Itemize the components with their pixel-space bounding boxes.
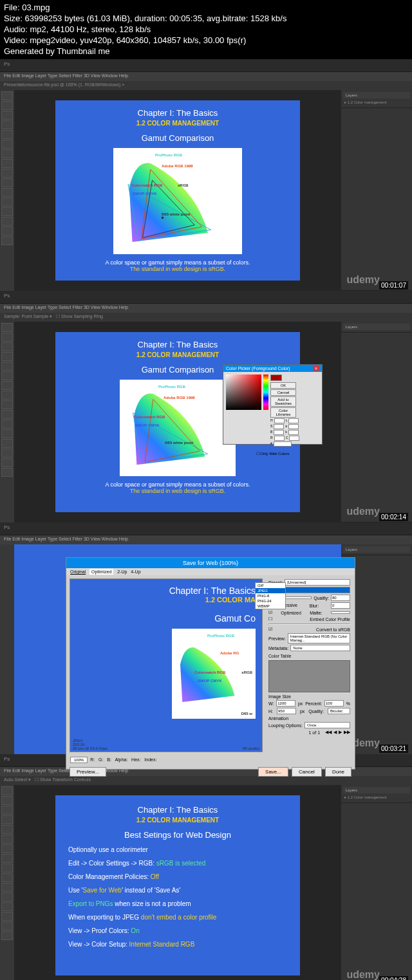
ps-panels[interactable]: Layers▸ 1.2 Color management [341, 785, 412, 980]
width-input[interactable]: 1200 [276, 700, 295, 707]
dd-png8[interactable]: PNG-8 [256, 593, 285, 598]
ps-tools-panel[interactable] [0, 544, 14, 754]
hue-slider[interactable] [263, 374, 268, 410]
ok-button[interactable]: OK [270, 382, 296, 389]
tool-icon[interactable] [1, 400, 13, 409]
tool-icon[interactable] [1, 815, 13, 824]
ps-menubar[interactable]: File Edit Image Layer Type Select Filter… [0, 304, 412, 313]
eraser-tool-icon[interactable] [1, 169, 13, 178]
marquee-tool-icon[interactable] [1, 101, 13, 110]
ps-panels[interactable]: Layers [341, 322, 412, 522]
tool-icon[interactable] [1, 902, 13, 911]
eyedropper-tool-icon[interactable] [1, 140, 13, 149]
tool-icon[interactable] [1, 931, 13, 940]
save-for-web-dialog[interactable]: Save for Web (100%) Original Optimized 2… [66, 557, 355, 770]
zoom-select[interactable]: 100% [70, 757, 88, 763]
done-button[interactable]: Done [325, 767, 351, 777]
tool-icon[interactable] [1, 825, 13, 834]
tool-icon[interactable] [1, 342, 13, 351]
anim-back-icon[interactable]: ◀ [333, 730, 337, 735]
blur-input[interactable]: 0 [331, 602, 350, 609]
dd-wbmp[interactable]: WBMP [256, 604, 285, 609]
tool-icon[interactable] [1, 921, 13, 930]
tool-icon[interactable] [1, 786, 13, 795]
lasso-tool-icon[interactable] [1, 111, 13, 120]
preset-select[interactable]: [Unnamed] [285, 579, 350, 586]
layers-tab[interactable]: Layers [343, 324, 410, 330]
tool-icon[interactable] [1, 333, 13, 342]
a-input[interactable] [288, 424, 299, 429]
color-picker-dialog[interactable]: Color Picker (Foreground Color)× OK Canc… [223, 364, 323, 445]
ps-options-bar[interactable]: Presentationsource-file.psd @ 100% (1. R… [0, 81, 412, 90]
loop-select[interactable]: Once [304, 722, 350, 728]
b-input[interactable] [274, 430, 284, 435]
tab-2up[interactable]: 2-Up [117, 569, 127, 574]
tool-icon[interactable] [1, 864, 13, 873]
tool-icon[interactable] [1, 806, 13, 815]
ps-options-bar[interactable]: Sample: Point Sample ▾ ☐ Show Sampling R… [0, 313, 412, 322]
tool-icon[interactable] [1, 796, 13, 805]
crop-tool-icon[interactable] [1, 130, 13, 139]
move-tool-icon[interactable] [1, 91, 13, 100]
tool-icon[interactable] [1, 883, 13, 892]
layers-tab[interactable]: Layers [343, 787, 410, 793]
wand-tool-icon[interactable] [1, 120, 13, 129]
tool-icon[interactable] [1, 458, 13, 467]
tool-icon[interactable] [1, 420, 13, 429]
sfw-titlebar[interactable]: Save for Web (100%) [66, 558, 355, 568]
ps-tools-panel[interactable] [0, 322, 14, 522]
tab-optimized[interactable]: Optimized [89, 569, 114, 575]
preview-select[interactable]: Internet Standard RGB (No Color Manag... [288, 633, 350, 643]
shape-tool-icon[interactable] [1, 207, 13, 216]
layers-tab[interactable]: Layers [343, 92, 410, 98]
tool-icon[interactable] [1, 468, 13, 477]
tool-icon[interactable] [1, 323, 13, 332]
tab-4up[interactable]: 4-Up [131, 569, 140, 574]
tool-icon[interactable] [1, 410, 13, 419]
r-input[interactable] [274, 436, 285, 441]
tool-icon[interactable] [1, 854, 13, 863]
hex-input[interactable] [274, 441, 292, 447]
convert-check[interactable]: ☑ [268, 627, 272, 632]
ps-canvas[interactable]: Chapter I: The Basics 1.2 COLOR MANAGEME… [14, 322, 341, 522]
dd-gif[interactable]: GIF [256, 583, 285, 588]
percent-input[interactable]: 100 [324, 700, 344, 707]
layer-item[interactable]: ▸ 1.2 Color management [343, 793, 410, 800]
color-picker-titlebar[interactable]: Color Picker (Foreground Color)× [223, 365, 322, 372]
tool-icon[interactable] [1, 352, 13, 361]
tool-icon[interactable] [1, 391, 13, 400]
preview-button[interactable]: Preview... [70, 767, 106, 777]
anim-fwd-icon[interactable]: ▶ [339, 730, 342, 735]
resample-select[interactable]: Bicubic [328, 708, 350, 714]
gradient-tool-icon[interactable] [1, 178, 13, 187]
pen-tool-icon[interactable] [1, 198, 13, 207]
anim-prev-icon[interactable]: ◀◀ [325, 730, 332, 735]
c-input[interactable] [289, 436, 299, 441]
dd-png24[interactable]: PNG-24 [256, 598, 285, 604]
tool-icon[interactable] [1, 844, 13, 853]
color-field[interactable] [226, 374, 261, 410]
cancel-button[interactable]: Cancel [292, 767, 322, 777]
matte-input[interactable] [331, 611, 350, 614]
optimized-check[interactable]: ☑ [268, 610, 272, 615]
anim-next-icon[interactable]: ▶▶ [344, 730, 350, 735]
ps-tools-panel[interactable] [0, 90, 14, 291]
s-input[interactable] [274, 424, 284, 429]
format-dropdown[interactable]: GIF JPEG PNG-8 PNG-24 WBMP [255, 582, 286, 609]
tool-icon[interactable] [1, 912, 13, 921]
quality-input[interactable]: 80 [331, 595, 350, 601]
color-libraries-button[interactable]: Color Libraries [270, 407, 296, 418]
tool-icon[interactable] [1, 892, 13, 901]
save-button[interactable]: Save... [258, 767, 288, 777]
close-icon[interactable]: × [313, 366, 319, 371]
stamp-tool-icon[interactable] [1, 159, 13, 168]
tool-icon[interactable] [1, 362, 13, 371]
type-tool-icon[interactable] [1, 188, 13, 197]
color-table[interactable] [268, 660, 350, 692]
layer-item[interactable]: ▸ 1.2 Color management [343, 98, 410, 106]
tool-icon[interactable] [1, 439, 13, 448]
layers-tab[interactable]: Layers [343, 546, 410, 553]
ps-canvas[interactable]: Chapter I: The Basics 1.2 COLOR MANAGEME… [14, 90, 341, 291]
h-input[interactable] [274, 418, 285, 423]
embed-check[interactable]: ☐ [268, 616, 272, 622]
